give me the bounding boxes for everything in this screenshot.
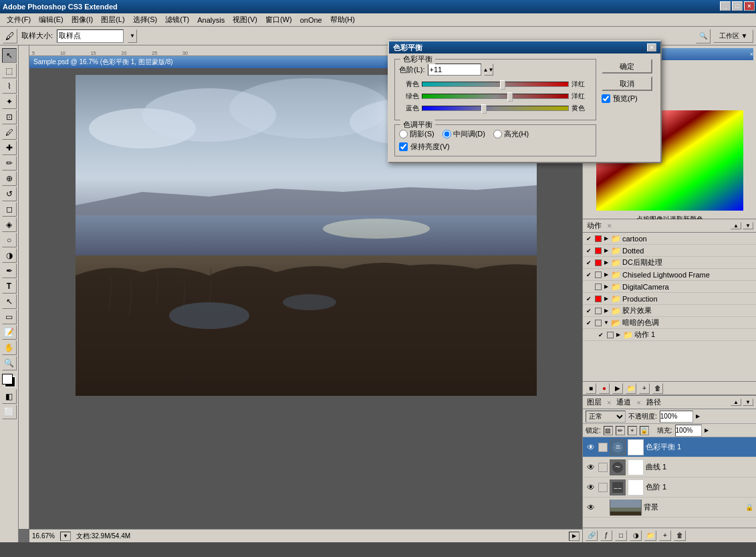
lock-all-btn[interactable]: 🔒	[640, 426, 649, 435]
blue-yellow-thumb[interactable]	[481, 104, 487, 114]
action-check-action1[interactable]: ✔	[596, 330, 606, 340]
actions-scroll-up[interactable]: ▲	[731, 222, 741, 229]
opacity-input[interactable]	[660, 411, 693, 423]
actions-scroll-down[interactable]: ▼	[743, 222, 753, 229]
action-expand-chiseled[interactable]: ▶	[603, 271, 610, 278]
blue-yellow-track[interactable]	[422, 106, 569, 111]
lasso-tool[interactable]: ⌇	[2, 79, 17, 94]
action-item-action1[interactable]: ✔ ▶ 📁 动作 1	[583, 329, 756, 341]
action-expand-cartoon[interactable]: ▶	[603, 235, 610, 242]
layers-scroll-up[interactable]: ▲	[731, 399, 741, 406]
color-panel-close[interactable]: ×	[750, 51, 753, 58]
sample-size-dropdown[interactable]: ▼	[128, 29, 137, 43]
layer-new-btn[interactable]: +	[659, 530, 671, 541]
action-item-darktones[interactable]: ✔ ▼ 📂 暗暗的色调	[583, 317, 756, 329]
action-stop-btn[interactable]: ■	[586, 383, 596, 394]
ok-button[interactable]: 确定	[602, 59, 652, 74]
eraser-tool[interactable]: ◻	[2, 202, 17, 217]
action-item-chiseled[interactable]: ✔ ▶ 📁 Chiseled Lightwood Frame	[583, 269, 756, 281]
workspace-button[interactable]: 工作区 ▼	[713, 29, 753, 43]
channels-tab[interactable]: 通道	[616, 397, 631, 407]
path-select-tool[interactable]: ↖	[2, 294, 17, 309]
close-button[interactable]: ×	[744, 1, 755, 11]
layer-item-levels[interactable]: 👁 ⚊⚊ 色阶 1	[583, 477, 756, 497]
action-expand-film[interactable]: ▶	[603, 308, 610, 314]
sample-size-input[interactable]	[57, 29, 124, 43]
action-item-dc[interactable]: ✔ ▶ 📁 DC后期处理	[583, 257, 756, 269]
action-check-chiseled[interactable]: ✔	[584, 270, 594, 280]
maximize-button[interactable]: □	[732, 1, 743, 11]
action-item-production[interactable]: ✔ ▶ 📁 Production	[583, 293, 756, 305]
layer-eye-curves[interactable]: 👁	[586, 462, 596, 473]
action-check-cartoon[interactable]: ✔	[584, 234, 594, 243]
menu-select[interactable]: 选择(S)	[129, 14, 162, 25]
zoom-tool[interactable]: 🔍	[2, 356, 17, 370]
lock-image-btn[interactable]: ✏	[616, 426, 625, 435]
eyedropper-tool[interactable]: 🖊	[3, 29, 17, 43]
brush-tool[interactable]: ✏	[2, 156, 17, 171]
menu-image[interactable]: 图像(I)	[68, 14, 97, 25]
lock-transparent-btn[interactable]: ▨	[604, 426, 613, 435]
move-tool[interactable]: ↖	[2, 48, 17, 63]
layer-style-btn[interactable]: ƒ	[600, 530, 612, 541]
level-spinner[interactable]: ▲▼	[484, 64, 493, 76]
menu-layer[interactable]: 图层(L)	[97, 14, 128, 25]
action-expand-dc[interactable]: ▶	[603, 259, 610, 266]
clone-tool[interactable]: ⊕	[2, 171, 17, 186]
midtone-radio-input[interactable]	[443, 130, 451, 138]
layer-eye-colorbalance[interactable]: 👁	[586, 442, 596, 453]
action-new-set-btn[interactable]: 📁	[626, 383, 636, 394]
action-check-production[interactable]: ✔	[584, 294, 594, 304]
dialog-close-button[interactable]: ×	[647, 43, 656, 51]
status-right-arrow[interactable]: ▶	[569, 532, 580, 541]
shape-tool[interactable]: ▭	[2, 310, 17, 324]
layer-delete-btn[interactable]: 🗑	[674, 530, 686, 541]
paths-tab[interactable]: 路径	[646, 397, 661, 407]
green-magenta-track[interactable]	[422, 94, 569, 99]
action-expand-darktones[interactable]: ▼	[603, 320, 610, 326]
highlight-radio-input[interactable]	[493, 130, 502, 138]
opacity-arrow[interactable]: ▶	[696, 413, 705, 419]
layer-eye-background[interactable]: 👁	[586, 502, 596, 513]
action-expand-digitalcamera[interactable]: ▶	[603, 284, 610, 290]
actions-panel-x[interactable]: ✕	[607, 223, 612, 229]
screen-mode-tool[interactable]: ⬜	[2, 405, 17, 419]
cyan-red-thumb[interactable]	[500, 80, 505, 90]
blur-tool[interactable]: ○	[2, 233, 17, 247]
action-item-cartoon[interactable]: ✔ ▶ 📁 cartoon	[583, 233, 756, 245]
marquee-tool[interactable]: ⬚	[2, 64, 17, 78]
layer-adjustment-btn[interactable]: ◑	[630, 530, 642, 541]
menu-window[interactable]: 窗口(W)	[261, 14, 296, 25]
level-input[interactable]	[428, 64, 481, 76]
menu-onone[interactable]: onOne	[296, 15, 326, 25]
blend-mode-select[interactable]: 正常	[586, 411, 626, 423]
shadow-radio-input[interactable]	[399, 130, 408, 138]
menu-edit[interactable]: 编辑(E)	[35, 14, 68, 25]
pen-tool[interactable]: ✒	[2, 263, 17, 278]
fill-arrow[interactable]: ▶	[705, 427, 714, 433]
layers-tab[interactable]: 图层	[587, 397, 602, 407]
foreground-background-colors[interactable]	[2, 374, 17, 388]
notes-tool[interactable]: 📝	[2, 325, 17, 340]
quick-mask-tool[interactable]: ◧	[2, 389, 17, 404]
action-delete-btn[interactable]: 🗑	[652, 383, 663, 394]
magic-wand-tool[interactable]: ✦	[2, 94, 17, 109]
eyedropper-tool-left[interactable]: 🖊	[2, 125, 17, 140]
shadow-radio[interactable]: 阴影(S)	[399, 129, 434, 139]
action-expand-dotted[interactable]: ▶	[603, 247, 610, 254]
layer-link-levels[interactable]	[598, 483, 608, 492]
action-item-dotted[interactable]: ✔ ▶ 📁 Dotted	[583, 245, 756, 257]
layer-link-curves[interactable]	[598, 463, 608, 472]
action-check-darktones[interactable]: ✔	[584, 318, 594, 328]
menu-view[interactable]: 视图(V)	[229, 14, 261, 25]
action-item-film[interactable]: ✔ ▶ 📁 胶片效果	[583, 305, 756, 317]
layer-link-btn[interactable]: 🔗	[586, 530, 598, 541]
text-tool[interactable]: T	[2, 279, 17, 294]
zoom-dropdown[interactable]: ▼	[60, 532, 71, 541]
action-play-btn[interactable]: ▶	[612, 383, 623, 394]
preserve-checkbox[interactable]	[399, 142, 408, 151]
layers-scroll-down[interactable]: ▼	[743, 399, 753, 406]
layer-link-colorbalance[interactable]	[598, 443, 608, 452]
minimize-button[interactable]: _	[720, 1, 731, 11]
midtone-radio[interactable]: 中间调(D)	[443, 129, 485, 139]
